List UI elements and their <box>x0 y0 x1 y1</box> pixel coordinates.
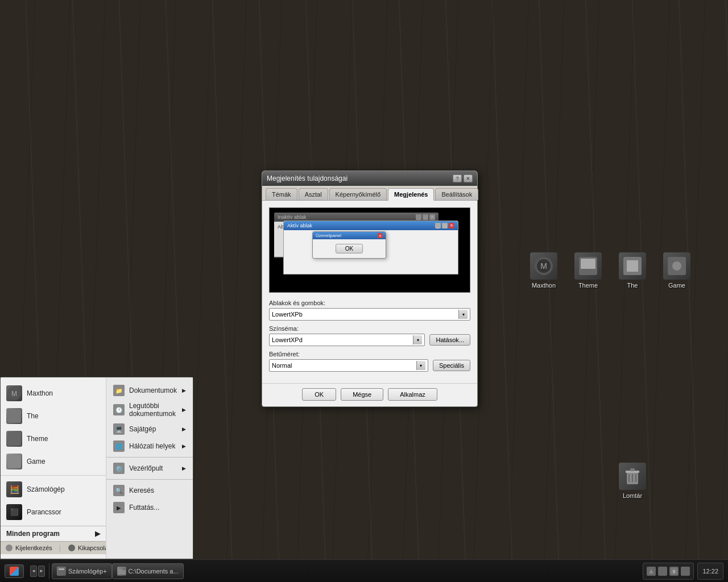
svg-rect-11 <box>630 468 635 471</box>
svg-rect-6 <box>627 260 638 272</box>
network-right-label: Hálózati helyek <box>129 442 175 450</box>
taskbar-right: $ 12:22 <box>643 563 728 580</box>
right-item-sajatgep[interactable]: 🖥️ Sajátgép ▶ <box>106 421 193 438</box>
svg-rect-17 <box>7 409 21 423</box>
all-programs-btn[interactable]: Minden program ▶ <box>1 526 106 541</box>
tray-icon-2 <box>658 567 667 576</box>
calc-menu-icon: 🧮 <box>6 481 22 497</box>
right-item-kereses[interactable]: 🔍 Keresés <box>106 482 193 499</box>
font-size-value: Normal <box>272 362 292 369</box>
windows-buttons-arrow[interactable]: ▾ <box>458 310 468 319</box>
right-separator <box>106 457 193 458</box>
effects-button[interactable]: Hatások... <box>429 334 470 346</box>
color-scheme-select[interactable]: LowertXPd ▾ <box>269 334 425 346</box>
dialog-ok-button[interactable]: OK <box>302 388 336 401</box>
right-item-network[interactable]: 🌐 Hálózati helyek ▶ <box>106 438 193 455</box>
the-icon <box>619 252 646 280</box>
font-size-label: Betűméret: <box>269 351 470 357</box>
svg-rect-28 <box>682 569 689 573</box>
right-item-recent[interactable]: 🕐 Legutóbbi dokumentumok ▶ <box>106 399 193 421</box>
desktop-icon-game[interactable]: Game <box>656 250 697 291</box>
logout-icon <box>5 544 13 552</box>
svg-rect-23 <box>59 568 64 570</box>
color-scheme-arrow[interactable]: ▾ <box>413 335 422 344</box>
tab-kepernyo[interactable]: Képernyőkímélő <box>329 188 387 200</box>
tab-asztal[interactable]: Asztal <box>299 188 328 200</box>
taskbar-tray: $ <box>643 563 694 580</box>
logout-btn[interactable]: Kijelentkezés <box>5 544 52 552</box>
desktop-icon-the[interactable]: The <box>612 250 653 291</box>
start-item-maxthon[interactable]: M Maxthon <box>1 382 106 405</box>
svg-marker-24 <box>649 569 653 573</box>
all-programs-label: Minden program <box>6 530 60 538</box>
taskbar-window-documents[interactable]: C:\Documents a... <box>112 563 184 579</box>
right-item-futtat[interactable]: ▶ Futtatás... <box>106 499 193 516</box>
preview-active-btns: _ □ ✕ <box>435 223 454 228</box>
start-menu-right-panel: 📁 Dokumentumok ▶ 🕐 Legutóbbi dokumentumo… <box>106 377 193 559</box>
start-button[interactable] <box>5 564 24 578</box>
preview-msgbox-content: OK <box>313 239 386 258</box>
svg-point-21 <box>68 544 75 551</box>
dialog-cancel-button[interactable]: Mégse <box>341 388 383 401</box>
dialog-titlebar: Megjelenítés tulajdonságai ? ✕ <box>262 171 477 186</box>
scroll-right-btn[interactable]: ► <box>38 566 45 577</box>
tab-megjelenes[interactable]: Megjelenés <box>388 188 434 201</box>
special-button[interactable]: Speciális <box>433 360 470 371</box>
preview-inactive-btns: _ □ ✕ <box>416 214 435 220</box>
game-label: Game <box>668 282 685 289</box>
desktop-icon-maxthon[interactable]: M Maxthon <box>523 250 564 291</box>
calc-taskbar-icon <box>57 567 66 576</box>
font-size-select[interactable]: Normal ▾ <box>269 359 428 372</box>
preview-msgbox-close: ✕ <box>378 233 383 238</box>
tab-beallitasok[interactable]: Beállítások <box>435 188 478 200</box>
preview-active-window: Aktív ablak _ □ ✕ Üzenetpanel ✕ <box>283 221 458 275</box>
documents-arrow: ▶ <box>182 388 186 393</box>
taskbar: ◄ ► Számológép+ C:\Documents a... <box>0 559 728 582</box>
taskbar-clock[interactable]: 12:22 <box>697 563 723 580</box>
clock-display: 12:22 <box>702 568 718 575</box>
preview-active-title: Aktív ablak <box>287 223 312 228</box>
tab-temak[interactable]: Témák <box>266 188 297 200</box>
start-item-game[interactable]: Game <box>1 450 106 473</box>
svg-rect-19 <box>7 455 21 468</box>
desktop-icon-lomtar[interactable]: Lomtár <box>612 460 653 501</box>
dialog-apply-button[interactable]: Alkalmaz <box>388 388 437 401</box>
theme-label: Theme <box>578 282 598 289</box>
windows-buttons-label: Ablakok és gombok: <box>269 300 470 306</box>
start-item-theme[interactable]: Theme <box>1 427 106 450</box>
start-item-calculator[interactable]: 🧮 Számológép <box>1 478 106 501</box>
svg-text:M: M <box>540 261 547 271</box>
sajatgep-right-icon: 🖥️ <box>113 423 125 435</box>
start-item-cmd-label: Parancssor <box>27 508 61 516</box>
documents-right-label: Dokumentumok <box>129 386 177 394</box>
start-item-cmd[interactable]: ⬛ Parancssor <box>1 501 106 523</box>
tray-icon-3: $ <box>669 567 679 576</box>
network-right-icon: 🌐 <box>113 440 125 452</box>
font-size-arrow[interactable]: ▾ <box>416 361 425 370</box>
cmd-menu-icon: ⬛ <box>6 504 22 520</box>
maxthon-icon: M <box>530 252 557 280</box>
dialog-close-btn[interactable]: ✕ <box>464 174 473 182</box>
right-item-documents[interactable]: 📁 Dokumentumok ▶ <box>106 382 193 399</box>
dialog-preview: Inaktív ablak _ □ ✕ Ablak szövege Ak <box>269 207 470 293</box>
right-item-vezerlop[interactable]: ⚙️ Vezérlőpult ▶ <box>106 460 193 477</box>
desktop-icon-theme[interactable]: Theme <box>568 250 609 291</box>
shutdown-btn[interactable]: Kikapcsolás <box>68 544 111 552</box>
start-item-game-label: Game <box>27 458 46 465</box>
windows-buttons-select[interactable]: LowertXPb ▾ <box>269 308 470 321</box>
network-arrow: ▶ <box>182 443 186 449</box>
scroll-left-btn[interactable]: ◄ <box>30 566 37 577</box>
color-scheme-row: Színséma: LowertXPd ▾ Hatások... <box>269 325 470 346</box>
start-item-the[interactable]: The <box>1 405 106 427</box>
maxthon-label: Maxthon <box>532 282 556 289</box>
futtat-right-label: Futtatás... <box>129 504 159 512</box>
preview-ok-button[interactable]: OK <box>336 244 363 253</box>
the-menu-icon <box>6 408 22 424</box>
taskbar-window-calculator[interactable]: Számológép+ <box>52 563 112 579</box>
start-separator-1 <box>1 475 106 476</box>
recent-right-icon: 🕐 <box>113 404 125 415</box>
kereses-right-label: Keresés <box>129 487 154 494</box>
color-scheme-label: Színséma: <box>269 325 470 332</box>
dialog-help-btn[interactable]: ? <box>453 174 462 182</box>
start-menu: M Maxthon The Theme Game <box>0 377 193 559</box>
